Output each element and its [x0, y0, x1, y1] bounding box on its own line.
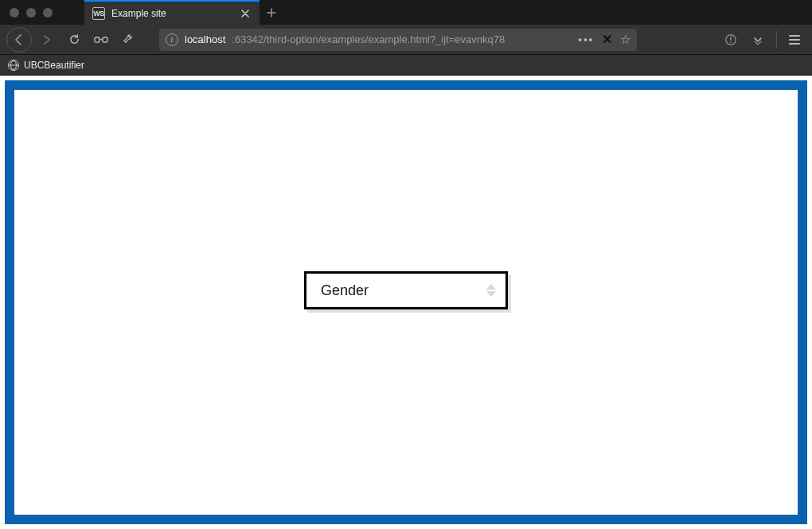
toolbar-separator — [776, 31, 777, 49]
tab-close-button[interactable] — [239, 7, 252, 20]
svg-rect-4 — [730, 41, 732, 43]
browser-tab[interactable]: WS Example site — [84, 0, 260, 25]
gender-select-wrapper: Gender — [304, 271, 508, 309]
dev-tools-button[interactable] — [116, 29, 140, 51]
bookmark-item[interactable]: UBCBeautifier — [24, 60, 84, 71]
urlbar-actions: ••• ✕ ☆ — [573, 32, 630, 47]
svg-point-0 — [95, 37, 100, 42]
new-tab-button[interactable] — [260, 0, 283, 25]
hamburger-menu-button[interactable] — [783, 29, 806, 51]
chevron-down-icon — [486, 291, 496, 297]
tab-favicon: WS — [92, 7, 105, 20]
reload-button[interactable] — [62, 29, 86, 51]
reader-mode-button[interactable] — [89, 29, 113, 51]
globe-icon — [8, 60, 19, 71]
overflow-button[interactable] — [746, 29, 770, 51]
alert-icon[interactable] — [719, 29, 743, 51]
toolbar-right — [719, 29, 806, 51]
window-controls — [0, 0, 84, 25]
url-host: localhost — [185, 33, 225, 45]
address-bar[interactable]: i localhost:63342/third-option/examples/… — [159, 29, 637, 51]
svg-rect-3 — [730, 37, 732, 41]
svg-point-1 — [103, 37, 108, 42]
tab-strip: WS Example site — [0, 0, 812, 25]
browser-toolbar: i localhost:63342/third-option/examples/… — [0, 25, 812, 55]
bookmarks-bar: UBCBeautifier — [0, 55, 812, 76]
select-stepper-icon — [486, 284, 496, 297]
window-minimize-button[interactable] — [26, 8, 36, 18]
gender-select[interactable]: Gender — [304, 271, 508, 309]
window-zoom-button[interactable] — [43, 8, 53, 18]
forward-button[interactable] — [35, 29, 59, 51]
chevron-up-icon — [486, 284, 496, 290]
stop-button[interactable]: ✕ — [602, 32, 612, 47]
site-info-icon[interactable]: i — [166, 33, 178, 46]
bookmark-star-button[interactable]: ☆ — [620, 33, 630, 47]
browser-viewport: Gender — [0, 76, 812, 529]
tab-title: Example site — [111, 8, 232, 19]
select-value: Gender — [321, 282, 369, 299]
page-content: Gender — [5, 80, 807, 524]
window-close-button[interactable] — [10, 8, 19, 18]
back-button[interactable] — [6, 27, 32, 53]
page-actions-button[interactable]: ••• — [578, 33, 594, 45]
url-path: :63342/third-option/examples/example.htm… — [232, 33, 567, 45]
